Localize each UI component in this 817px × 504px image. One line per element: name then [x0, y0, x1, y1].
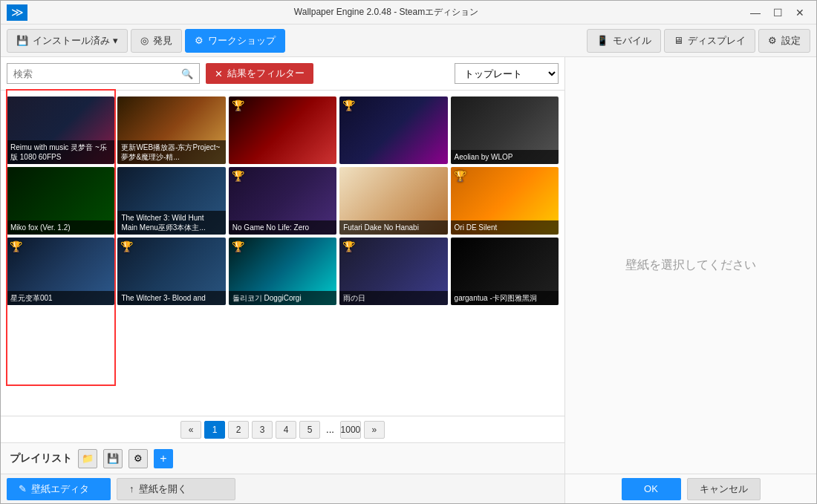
open-icon: ↑: [129, 483, 134, 494]
filter-button[interactable]: ✕ 結果をフィルター: [206, 63, 313, 84]
grid-item[interactable]: 🏆雨の日: [339, 238, 447, 305]
ok-button[interactable]: OK: [622, 478, 681, 500]
nav-right-group: 📱 モバイル 🖥 ディスプレイ ⚙ 設定: [587, 29, 810, 53]
save-icon: 💾: [107, 453, 119, 464]
editor-label: 壁紙エディタ: [31, 482, 89, 496]
settings-label: 設定: [781, 34, 801, 48]
nav-discover-button[interactable]: ◎ 発見: [131, 29, 182, 53]
page-first-button[interactable]: «: [180, 421, 201, 439]
grid-item[interactable]: 🏆No Game No Life: Zero: [229, 167, 336, 235]
display-icon: 🖥: [674, 35, 683, 46]
folder-icon: 📁: [82, 453, 94, 464]
nav-installed-button[interactable]: 💾 インストール済み ▾: [7, 29, 128, 53]
title-bar-left: ≫: [7, 4, 27, 21]
nav-mobile-button[interactable]: 📱 モバイル: [587, 29, 661, 53]
grid-item[interactable]: 更新WEB播放器-东方Project~夢梦&魔理沙-精...: [117, 96, 225, 164]
page-2-button[interactable]: 2: [228, 421, 249, 439]
grid-item[interactable]: Miko fox (Ver. 1.2): [7, 167, 114, 235]
minimize-button[interactable]: —: [745, 4, 766, 21]
filter-icon: ✕: [215, 68, 223, 79]
playlist-folder-button[interactable]: 📁: [78, 449, 97, 468]
left-panel: 🔍 ✕ 結果をフィルター トップレート新着人気お気に入り Reimu with …: [1, 57, 565, 503]
title-bar-controls: — ☐ ✕: [745, 4, 810, 21]
page-4-button[interactable]: 4: [276, 421, 296, 439]
mobile-icon: 📱: [596, 35, 608, 46]
search-input[interactable]: [13, 68, 177, 79]
top-nav: 💾 インストール済み ▾ ◎ 発見 ⚙ ワークショップ 📱 モバイル 🖥 ディス…: [1, 24, 816, 57]
plus-icon: +: [160, 452, 166, 465]
sort-select[interactable]: トップレート新着人気お気に入り: [455, 63, 559, 84]
window-title: Wallpaper Engine 2.0.48 - Steamエディション: [27, 6, 745, 19]
search-bar: 🔍 ✕ 結果をフィルター トップレート新着人気お気に入り: [1, 57, 564, 91]
page-next-button[interactable]: »: [364, 421, 385, 439]
workshop-label: ワークショップ: [208, 34, 276, 48]
close-button[interactable]: ✕: [790, 4, 810, 21]
installed-icon: 💾: [16, 35, 28, 46]
title-bar: ≫ Wallpaper Engine 2.0.48 - Steamエディション …: [1, 1, 816, 24]
grid-item[interactable]: 🏆星元变革001: [7, 238, 114, 305]
display-label: ディスプレイ: [688, 34, 746, 48]
grid-item[interactable]: The Witcher 3: Wild Hunt Main Menu巫师3本体主…: [117, 167, 225, 235]
grid-item[interactable]: 🏆: [339, 96, 447, 164]
page-last-button[interactable]: 1000: [340, 421, 361, 439]
content-area: 🔍 ✕ 結果をフィルター トップレート新着人気お気に入り Reimu with …: [1, 57, 816, 503]
page-ellipsis: ...: [323, 424, 337, 435]
grid-item[interactable]: gargantua -卡冈图雅黑洞: [451, 238, 559, 305]
grid-item[interactable]: 🏆The Witcher 3- Blood and: [117, 238, 225, 305]
grid-item[interactable]: 🏆돌리코기 DoggiCorgi: [229, 238, 336, 305]
playlist-add-button[interactable]: +: [154, 449, 173, 468]
editor-icon: ✎: [19, 483, 27, 494]
gear-icon: ⚙: [134, 453, 143, 464]
page-1-button[interactable]: 1: [204, 421, 225, 439]
nav-settings-button[interactable]: ⚙ 設定: [758, 29, 810, 53]
grid-item[interactable]: Futari Dake No Hanabi: [339, 167, 447, 235]
grid-item[interactable]: 🏆Ori DE Silent: [451, 167, 559, 235]
search-input-wrap[interactable]: 🔍: [7, 63, 200, 84]
mobile-label: モバイル: [613, 34, 651, 48]
playlist-section: プレイリスト 📁 💾 ⚙ +: [1, 442, 564, 474]
playlist-settings-button[interactable]: ⚙: [128, 449, 148, 468]
filter-label: 結果をフィルター: [227, 67, 305, 80]
discover-label: 発見: [153, 34, 172, 48]
grid-item[interactable]: 🏆: [229, 96, 336, 164]
open-wallpaper-button[interactable]: ↑ 壁紙を開く: [117, 478, 235, 500]
main-window: ≫ Wallpaper Engine 2.0.48 - Steamエディション …: [0, 0, 817, 504]
right-panel: 壁紙を選択してください OK キャンセル: [565, 57, 816, 503]
grid-area: Reimu with music 灵梦音 ~乐版 1080 60FPS更新WEB…: [1, 91, 564, 416]
expand-button[interactable]: ≫: [7, 4, 27, 21]
grid-item[interactable]: Aeolian by WLOP: [451, 96, 559, 164]
discover-icon: ◎: [140, 35, 149, 46]
search-icon: 🔍: [181, 68, 193, 79]
nav-workshop-button[interactable]: ⚙ ワークショップ: [185, 29, 285, 53]
expand-icon: ≫: [11, 5, 24, 19]
page-5-button[interactable]: 5: [299, 421, 320, 439]
settings-icon: ⚙: [768, 35, 777, 46]
installed-label: インストール済み ▾: [33, 34, 118, 48]
restore-button[interactable]: ☐: [767, 4, 788, 21]
grid-item[interactable]: Reimu with music 灵梦音 ~乐版 1080 60FPS: [7, 96, 114, 164]
bottom-bar: ✎ 壁紙エディタ ↑ 壁紙を開く: [1, 474, 564, 503]
right-panel-bottom: OK キャンセル: [565, 474, 816, 503]
right-panel-empty-text: 壁紙を選択してください: [565, 57, 816, 474]
nav-display-button[interactable]: 🖥 ディスプレイ: [664, 29, 755, 53]
playlist-label: プレイリスト: [10, 452, 72, 465]
playlist-save-button[interactable]: 💾: [103, 449, 123, 468]
editor-button[interactable]: ✎ 壁紙エディタ: [7, 478, 111, 500]
page-3-button[interactable]: 3: [252, 421, 273, 439]
cancel-button[interactable]: キャンセル: [687, 478, 761, 500]
pagination: « 1 2 3 4 5 ... 1000 »: [1, 416, 564, 442]
open-label: 壁紙を開く: [139, 482, 187, 496]
workshop-icon: ⚙: [195, 35, 204, 46]
